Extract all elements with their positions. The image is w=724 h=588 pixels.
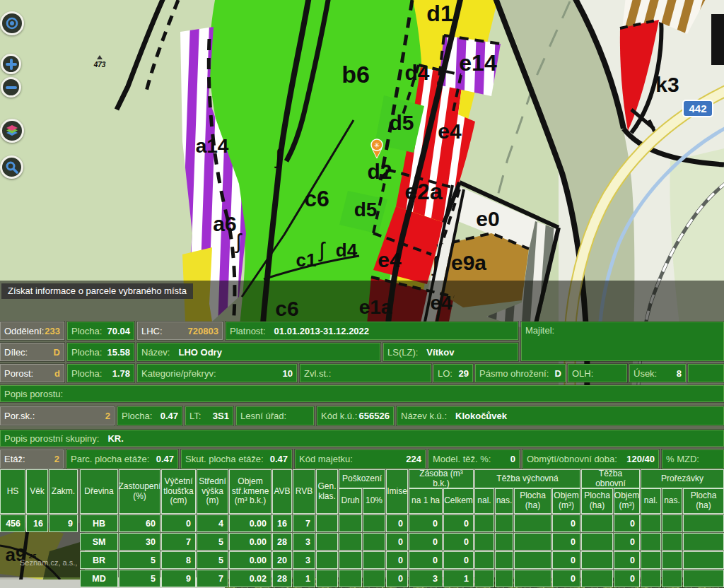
field-pasmo-ohrozeni: Pásmo ohrožení:D bbox=[475, 364, 566, 382]
table-cell bbox=[683, 570, 724, 587]
field-value: 29 bbox=[459, 368, 469, 379]
layers-icon bbox=[4, 123, 20, 139]
table-cell bbox=[474, 551, 494, 569]
table-cell: 28 bbox=[272, 570, 292, 587]
field-value: 70.04 bbox=[107, 326, 130, 336]
field-zvl-st: Zvl.st.: bbox=[300, 364, 431, 382]
field-majitel: Majitel: bbox=[521, 322, 724, 361]
search-button[interactable] bbox=[0, 155, 23, 179]
table-cell bbox=[683, 514, 724, 532]
parcel-label: a6 bbox=[213, 212, 236, 235]
field-nazev-ku: Název k.ú.:Klokočůvek bbox=[397, 406, 724, 425]
table-cell: 5 bbox=[119, 551, 160, 569]
field-ls-lz: LS(LZ):Vítkov bbox=[383, 343, 518, 361]
field-value: Klokočůvek bbox=[455, 411, 507, 421]
parcel-label: k3 bbox=[655, 73, 679, 96]
field-label: LT: bbox=[189, 411, 201, 421]
field-porost: Porost:d bbox=[0, 364, 64, 382]
field-label: Oddělení: bbox=[4, 326, 44, 336]
sub-header: nal. bbox=[474, 488, 494, 514]
locate-button[interactable] bbox=[0, 11, 24, 35]
table-cell bbox=[641, 551, 661, 569]
field-skut-plocha-etaze: Skut. plocha etáže:0.47 bbox=[181, 449, 292, 469]
field-kod-majetku: Kód majetku:224 bbox=[295, 449, 426, 469]
field-label: Plocha: bbox=[71, 326, 102, 336]
table-cell: 5 bbox=[197, 533, 228, 551]
zoom-out-button[interactable] bbox=[1, 77, 21, 98]
table-cell: BR bbox=[80, 551, 118, 569]
table-cell bbox=[363, 570, 385, 587]
field-lo: LO:29 bbox=[433, 364, 473, 382]
parcel-label: e9a bbox=[451, 251, 486, 274]
field-value: 120/40 bbox=[626, 454, 655, 464]
table-cell: 0 bbox=[386, 570, 408, 587]
col-header: Dřevina bbox=[80, 469, 118, 514]
field-label: LHC: bbox=[141, 326, 163, 336]
parcel-label: c6 bbox=[304, 186, 329, 211]
field-value: Vítkov bbox=[426, 347, 454, 358]
table-cell: 0 bbox=[614, 533, 640, 551]
table-cell: 0.00 bbox=[229, 533, 272, 551]
field-label: Kód k.ú.: bbox=[321, 411, 357, 421]
table-cell: 9 bbox=[161, 570, 196, 587]
field-popis-porostni-skupiny: Popis porostní skupiny:KR. bbox=[0, 430, 724, 447]
field-label: Etáž: bbox=[4, 454, 25, 464]
field-value: 720803 bbox=[188, 326, 218, 336]
parcel-label: d1 bbox=[426, 1, 452, 26]
parcel-label: d5 bbox=[354, 199, 378, 220]
field-label: Popis porostní skupiny: bbox=[4, 433, 99, 444]
field-lt: LT:3S1 bbox=[185, 406, 233, 425]
table-cell bbox=[581, 533, 613, 551]
parcel-label: e14 bbox=[459, 50, 497, 76]
field-value: 15.58 bbox=[107, 347, 130, 358]
col-header: Gen. klas. bbox=[316, 469, 338, 514]
sub-header: Plocha (ha) bbox=[514, 488, 551, 514]
table-cell: 0 bbox=[443, 514, 474, 532]
table-cell bbox=[316, 533, 338, 551]
field-etaz: Etáž:2 bbox=[0, 449, 64, 469]
table-cell bbox=[581, 570, 613, 587]
table-cell: 0 bbox=[443, 533, 474, 551]
col-header: Objem stř.kmene (m³ b.k.) bbox=[229, 469, 272, 514]
forestry-map-app: 442 d1b6d4e14a14d5e4c6d2a6d5e2ae0c1d4e4e… bbox=[0, 0, 724, 588]
field-label: Popis porostu: bbox=[4, 389, 63, 399]
table-cell bbox=[339, 551, 362, 569]
parcel-label: e4 bbox=[438, 119, 462, 143]
field-value: 0.47 bbox=[270, 454, 288, 464]
parcel-label: c1 bbox=[296, 249, 317, 271]
field-label: Dílec: bbox=[4, 347, 28, 358]
parcel-label: b6 bbox=[341, 61, 370, 88]
sub-header: na 1 ha bbox=[409, 488, 443, 514]
table-cell: 20 bbox=[272, 551, 292, 569]
sub-header: nas. bbox=[662, 488, 682, 514]
table-cell: 5 bbox=[119, 570, 160, 587]
parcel-label: d2 bbox=[367, 160, 392, 183]
parcel-label: e4 bbox=[378, 248, 402, 271]
field-usek: Úsek:8 bbox=[629, 364, 686, 382]
table-cell bbox=[662, 551, 682, 569]
sub-header: Plocha (ha) bbox=[581, 488, 613, 514]
group-header: Poškození bbox=[339, 469, 385, 488]
table-cell: 3 bbox=[293, 551, 315, 569]
field-value: D bbox=[555, 368, 561, 379]
col-header: Střední výška (m) bbox=[197, 469, 228, 514]
layers-button[interactable] bbox=[0, 119, 24, 143]
table-cell: 0.02 bbox=[229, 570, 272, 587]
field-oddeleni: Oddělení:233 bbox=[0, 322, 64, 340]
table-cell bbox=[495, 570, 513, 587]
table-cell: 1 bbox=[293, 570, 315, 587]
field-value: 224 bbox=[406, 454, 421, 464]
zoom-in-button[interactable] bbox=[1, 54, 21, 74]
table-cell bbox=[581, 514, 613, 532]
field-label: Skut. plocha etáže: bbox=[185, 454, 264, 464]
field-model-tez: Model. těž. %:0 bbox=[428, 449, 520, 469]
field-mzd: % MZD: bbox=[662, 449, 724, 469]
field-value: d bbox=[54, 368, 60, 379]
col-header: Věk bbox=[26, 469, 48, 514]
table-cell bbox=[316, 514, 338, 532]
table-cell bbox=[514, 551, 551, 569]
sub-header: nas. bbox=[495, 488, 513, 514]
table-cell bbox=[339, 570, 362, 587]
table-cell bbox=[474, 570, 494, 587]
field-label: Zvl.st.: bbox=[304, 368, 331, 379]
